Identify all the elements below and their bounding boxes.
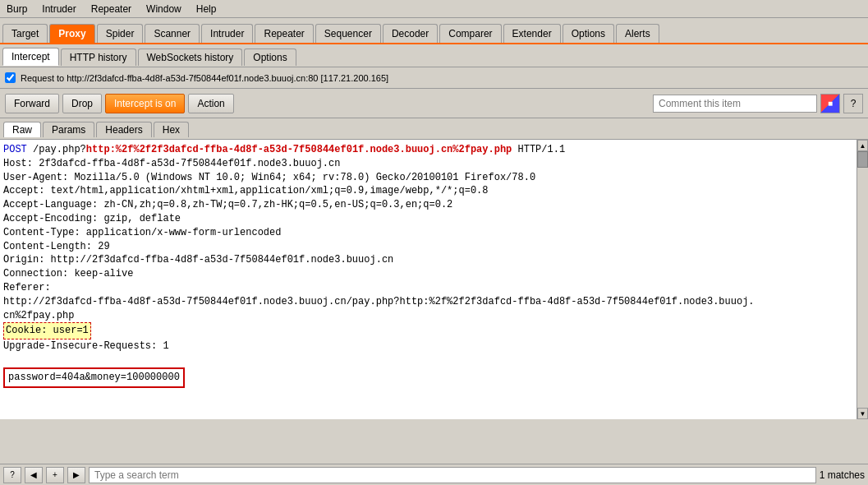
scroll-down-button[interactable]: ▼ [857,408,868,419]
tab-alerts[interactable]: Alerts [616,24,659,43]
subtab-options[interactable]: Options [244,48,296,66]
tab-intruder[interactable]: Intruder [201,24,253,43]
content-tab-headers[interactable]: Headers [96,122,151,137]
menu-repeater[interactable]: Repeater [88,2,135,16]
tab-spider[interactable]: Spider [97,24,144,43]
action-button[interactable]: Action [188,94,233,113]
highlight-icon[interactable]: ■ [820,94,840,113]
menu-window[interactable]: Window [143,2,185,16]
subtab-http-history[interactable]: HTTP history [61,48,136,66]
tab-scanner[interactable]: Scanner [145,24,200,43]
tab-decoder[interactable]: Decoder [383,24,438,43]
scroll-up-button[interactable]: ▲ [857,140,868,151]
match-count: 1 matches [820,469,865,481]
tab-proxy[interactable]: Proxy [49,24,94,43]
help-icon[interactable]: ? [843,94,863,113]
subtab-websockets-history[interactable]: WebSockets history [138,48,243,66]
help-nav-button[interactable]: ? [3,467,21,483]
comment-input[interactable] [653,95,817,113]
search-input[interactable] [89,467,816,483]
menu-help[interactable]: Help [193,2,220,16]
intercept-toggle-button[interactable]: Intercept is on [105,94,185,113]
content-tab-hex[interactable]: Hex [154,122,189,137]
forward-button[interactable]: Forward [5,94,59,113]
tab-extender[interactable]: Extender [503,24,561,43]
add-button[interactable]: + [46,467,64,483]
request-body[interactable]: POST /pay.php?http:%2f%2f2f3dafcd-ffba-4… [0,140,857,419]
tab-sequencer[interactable]: Sequencer [315,24,381,43]
request-info: Request to http://2f3dafcd-ffba-4d8f-a53… [21,73,388,83]
next-button[interactable]: ▶ [67,467,85,483]
content-tab-params[interactable]: Params [43,122,94,137]
drop-button[interactable]: Drop [62,94,102,113]
subtab-intercept[interactable]: Intercept [2,48,59,66]
intercept-checkbox[interactable] [5,72,16,83]
tab-repeater[interactable]: Repeater [255,24,313,43]
tab-options[interactable]: Options [563,24,614,43]
tab-target[interactable]: Target [2,24,48,43]
menu-intruder[interactable]: Intruder [39,2,79,16]
prev-button[interactable]: ◀ [25,467,43,483]
menu-burp[interactable]: Burp [3,2,30,16]
content-tab-raw[interactable]: Raw [3,122,41,137]
scrollbar[interactable]: ▲ ▼ [857,140,868,419]
tab-comparer[interactable]: Comparer [439,24,501,43]
